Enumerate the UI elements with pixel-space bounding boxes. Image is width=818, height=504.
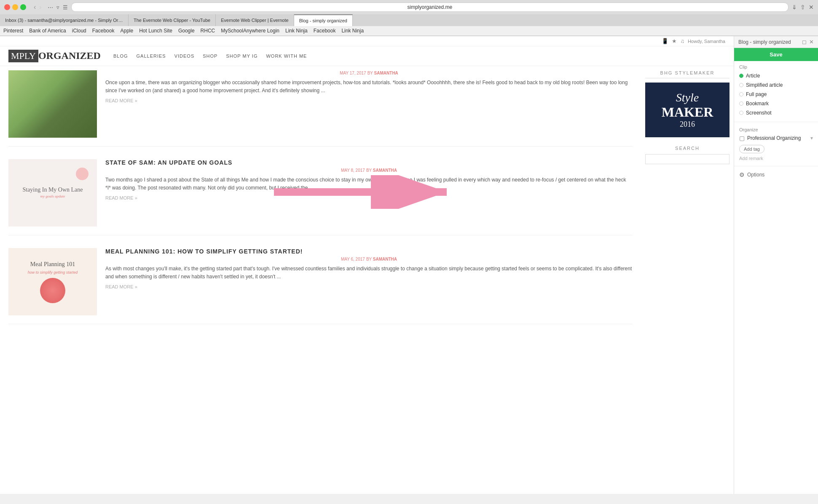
ev-divider-2 [734,166,818,166]
bookmark-rhcc[interactable]: RHCC [201,28,215,34]
ev-close-icon[interactable]: ✕ [809,39,814,45]
nav-shop[interactable]: SHOP [203,53,217,59]
social-icon-tw[interactable]: ★ [672,38,677,44]
ev-option-bookmark[interactable]: Bookmark [739,100,813,107]
read-more-1[interactable]: READ MORE » [105,98,633,103]
ev-option-article-label: Article [746,73,760,79]
article-date-2: MAY 8, 2017 [341,168,365,173]
download-icon[interactable]: ⇓ [792,4,797,11]
share-icon[interactable]: ⇧ [800,4,805,11]
article-meta-2: MAY 8, 2017 BY SAMANTHA [105,168,633,173]
minimize-button[interactable] [12,4,18,10]
bookmark-apple[interactable]: Apple [120,28,133,34]
bookmark-icloud[interactable]: iCloud [72,28,86,34]
ev-panel-actions: ◻ ✕ [802,39,814,45]
nav-controls: ‹ › [34,3,42,11]
ev-option-fullpage[interactable]: Full page [739,91,813,98]
ev-notebook-name: Professional Organizing [747,135,801,141]
article-by-2: BY [366,168,373,173]
ev-expand-icon[interactable]: ◻ [802,39,807,45]
ev-notebook-row[interactable]: ▢ Professional Organizing ▾ [739,135,813,141]
article-item: MAY 17, 2017 BY SAMANTHA Once upon a tim… [8,70,633,147]
bookmark-hotlunch[interactable]: Hot Lunch Site [139,28,172,34]
website-area: 📱 ★ ♫ Howdy, Samantha MPLY ORGANIZED BLO… [0,36,734,494]
back-icon[interactable]: ‹ [34,3,36,11]
ev-dot-screenshot [739,111,743,115]
extensions-icon[interactable]: ▿ [56,4,59,11]
nav-videos[interactable]: VIDEOS [174,53,195,59]
thumb-decoration-3 [40,278,65,303]
ev-options-row[interactable]: ⚙ Options [734,168,818,181]
ev-organize-section: Organize ▢ Professional Organizing ▾ Add… [734,124,818,164]
ev-option-article[interactable]: Article [739,72,813,80]
more-icon[interactable]: ⋯ [48,4,53,11]
bhg-style: Style [654,91,721,104]
ev-clip-section: Clip Article Simplified article Full pag… [734,61,818,120]
bookmark-linkninja1[interactable]: Link Ninja [285,28,308,34]
bookmark-facebook2[interactable]: Facebook [314,28,336,34]
forward-icon[interactable]: › [39,3,41,11]
nav-galleries[interactable]: GALLERIES [137,53,166,59]
tabs-bar: Inbox (3) - samantha@simplyorganized.me … [0,14,818,26]
article-excerpt-1: Once upon a time, there was an organizin… [105,79,633,95]
ev-option-screenshot[interactable]: Screenshot [739,109,813,117]
ev-add-tag-button[interactable]: Add tag [739,145,764,153]
search-input[interactable] [645,154,729,164]
nav-blog[interactable]: BLOG [113,53,128,59]
close-button[interactable] [4,4,10,10]
ev-clip-label: Clip [739,64,813,69]
nav-links: BLOG GALLERIES VIDEOS SHOP SHOP MY IG WO… [113,53,307,59]
bookmark-google[interactable]: Google [178,28,195,34]
ev-tag-row: Add tag [739,145,813,156]
bookmark-linkninja2[interactable]: Link Ninja [341,28,364,34]
window-controls [4,4,26,10]
article-content-2: STATE OF SAM: AN UPDATE ON GOALS MAY 8, … [105,159,633,227]
read-more-2[interactable]: READ MORE » [105,195,633,200]
blog-main: MAY 17, 2017 BY SAMANTHA Once upon a tim… [0,66,641,337]
article-content-1: MAY 17, 2017 BY SAMANTHA Once upon a tim… [105,70,633,138]
bookmark-facebook1[interactable]: Facebook [92,28,115,34]
bookmark-pinterest[interactable]: Pinterest [3,28,23,34]
tab-youtube[interactable]: The Evernote Web Clipper - YouTube [129,14,216,26]
browser-toolbar: ‹ › ⋯ ▿ ☰ ⇓ ⇧ ✕ [0,0,818,14]
tab-evernote-clipper[interactable]: Evernote Web Clipper | Evernote [216,14,294,26]
url-bar[interactable] [71,3,788,12]
bookmark-boa[interactable]: Bank of America [29,28,66,34]
social-icon-music[interactable]: ♫ [680,38,684,44]
bhg-logo-box: Style MAKER 2016 [645,83,729,137]
social-icon-fb[interactable]: 📱 [662,38,668,44]
ev-option-simplified[interactable]: Simplified article [739,81,813,89]
tab-blog[interactable]: Blog - simply organized [294,14,353,26]
ev-options-label: Options [747,172,764,178]
article-author-2: SAMANTHA [373,168,397,173]
ev-notebook-icon: ▢ [739,135,745,141]
search-label: SEARCH [645,146,729,151]
bookmarks-bar: Pinterest Bank of America iCloud Faceboo… [0,26,818,36]
ev-dot-article [739,74,743,78]
menu-icon[interactable]: ☰ [63,4,68,11]
thumb-title-2: Staying In My Own Lane [22,186,83,194]
ev-add-remark[interactable]: Add remark [739,156,813,161]
extra-nav: ⋯ ▿ ☰ [48,4,68,11]
maximize-button[interactable] [20,4,26,10]
article-author-3: SAMANTHA [373,257,397,261]
ev-save-button[interactable]: Save [734,48,818,61]
bhg-section-title: BHG STYLEMAKER [645,70,729,78]
ev-option-screenshot-label: Screenshot [746,110,772,116]
article-title-2: STATE OF SAM: AN UPDATE ON GOALS [105,159,633,166]
tab-mail[interactable]: Inbox (3) - samantha@simplyorganized.me … [0,14,129,26]
thumb-title-3: Meal Planning 101 [30,260,75,269]
nav-shop-ig[interactable]: SHOP MY IG [226,53,257,59]
howdy-text: Howdy, Samantha [688,39,725,44]
close-tab-icon[interactable]: ✕ [809,4,814,11]
ev-panel-header: Blog - simply organized ◻ ✕ [734,36,818,48]
logo-organized: ORGANIZED [38,50,101,61]
nav-work[interactable]: WORK WITH ME [266,53,307,59]
read-more-3[interactable]: READ MORE » [105,284,633,289]
bhg-logo: Style MAKER 2016 [654,91,721,129]
article-by-1: BY [367,71,374,75]
bookmark-myschool[interactable]: MySchoolAnywhere Login [221,28,279,34]
article-content-3: MEAL PLANNING 101: HOW TO SIMPLIFY GETTI… [105,248,633,315]
thumb-text-2: Staying In My Own Lane my goals update [18,182,87,204]
bhg-maker: MAKER [654,104,721,120]
